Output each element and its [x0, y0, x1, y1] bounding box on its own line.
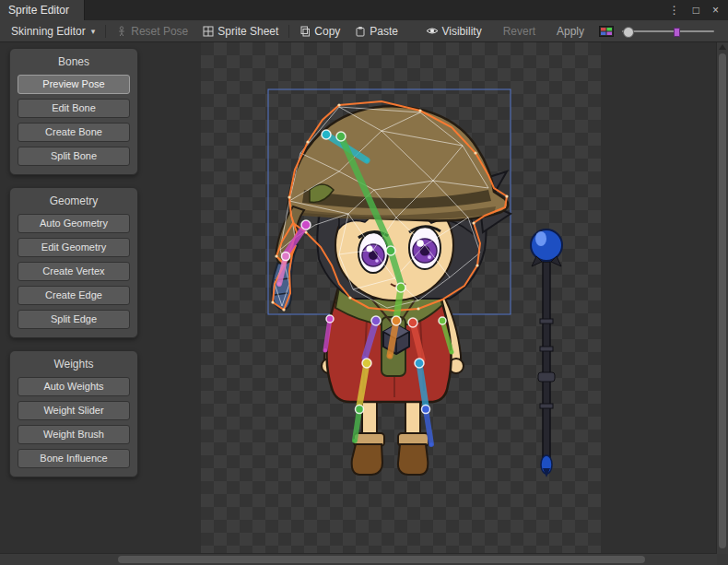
titlebar: Sprite Editor ⋮ □ ×: [0, 0, 728, 20]
sprite-sheet-label: Sprite Sheet: [217, 25, 278, 38]
zoom-slider[interactable]: [622, 24, 714, 39]
bone-influence-button[interactable]: Bone Influence: [18, 449, 130, 468]
sprite-editor-window: Sprite Editor ⋮ □ × Skinning Editor ▾ Re…: [0, 0, 728, 565]
toolbar-separator: [288, 25, 289, 38]
split-bone-button[interactable]: Split Bone: [18, 147, 130, 166]
sprite-canvas[interactable]: [201, 42, 601, 554]
visibility-label: Visibility: [442, 25, 482, 38]
right-boot: [398, 444, 428, 475]
preview-pose-button[interactable]: Preview Pose: [18, 75, 130, 94]
create-vertex-button[interactable]: Create Vertex: [18, 262, 130, 281]
weight-slider-button[interactable]: Weight Slider: [18, 401, 130, 420]
paste-button[interactable]: Paste: [348, 21, 405, 41]
window-controls: ⋮ □ ×: [669, 0, 728, 20]
weights-panel: Weights Auto Weights Weight Slider Weigh…: [9, 350, 138, 477]
reset-pose-label: Reset Pose: [131, 25, 188, 38]
create-bone-button[interactable]: Create Bone: [18, 123, 130, 142]
auto-weights-button[interactable]: Auto Weights: [18, 377, 130, 396]
tab-title: Sprite Editor: [8, 4, 69, 17]
bones-panel: Bones Preview Pose Edit Bone Create Bone…: [9, 48, 138, 175]
zoom-slider-handle[interactable]: [623, 27, 634, 38]
apply-button[interactable]: Apply: [550, 21, 591, 41]
auto-geometry-button[interactable]: Auto Geometry: [18, 214, 130, 233]
vertical-scrollbar-thumb[interactable]: [719, 53, 726, 548]
visibility-toggle[interactable]: Visibility: [419, 21, 488, 41]
left-boot: [352, 444, 382, 475]
window-menu-icon[interactable]: ⋮: [669, 5, 680, 16]
zoom-slider-track[interactable]: [622, 30, 714, 32]
edit-geometry-button[interactable]: Edit Geometry: [18, 238, 130, 257]
scroll-up-arrow-icon[interactable]: [719, 44, 726, 50]
revert-button[interactable]: Revert: [497, 21, 542, 41]
sprite-sheet-icon: [203, 26, 214, 37]
chevron-down-icon: ▾: [91, 27, 96, 36]
horizontal-scrollbar[interactable]: [0, 553, 717, 565]
copy-icon: [299, 26, 311, 37]
edit-bone-button[interactable]: Edit Bone: [18, 99, 130, 118]
vertical-scrollbar[interactable]: [716, 42, 728, 554]
staff-sprite: [531, 230, 562, 477]
character-sprite: [272, 106, 511, 475]
right-eye: [409, 227, 440, 269]
paste-label: Paste: [370, 25, 398, 38]
reset-pose-button[interactable]: Reset Pose: [110, 21, 194, 41]
color-swatch-button[interactable]: [599, 26, 614, 37]
tool-panels: Bones Preview Pose Edit Bone Create Bone…: [9, 48, 138, 477]
reset-pose-icon: [116, 26, 127, 37]
mode-label: Skinning Editor: [11, 25, 86, 38]
skinning-editor-dropdown[interactable]: Skinning Editor ▾: [5, 21, 101, 41]
create-edge-button[interactable]: Create Edge: [18, 286, 130, 305]
copy-label: Copy: [314, 25, 340, 38]
bones-panel-title: Bones: [18, 55, 130, 68]
eye-icon: [426, 26, 439, 36]
split-edge-button[interactable]: Split Edge: [18, 310, 130, 329]
tab-sprite-editor[interactable]: Sprite Editor: [0, 0, 85, 20]
zoom-slider-marker: [674, 28, 680, 37]
revert-label: Revert: [503, 25, 535, 38]
staff-orb: [531, 230, 562, 261]
paste-icon: [355, 26, 366, 37]
toolbar: Skinning Editor ▾ Reset Pose Sprite Shee…: [0, 20, 728, 42]
geometry-panel-title: Geometry: [18, 194, 130, 207]
toolbar-separator: [105, 25, 106, 38]
sprite-sheet-button[interactable]: Sprite Sheet: [196, 21, 285, 41]
apply-label: Apply: [557, 25, 584, 38]
weight-brush-button[interactable]: Weight Brush: [18, 425, 130, 444]
copy-button[interactable]: Copy: [293, 21, 346, 41]
toolbar-right-group: Visibility Revert Apply: [419, 21, 724, 41]
horizontal-scrollbar-thumb[interactable]: [118, 556, 645, 563]
scrollbar-corner: [717, 554, 728, 565]
geometry-panel: Geometry Auto Geometry Edit Geometry Cre…: [9, 187, 138, 338]
close-icon[interactable]: ×: [712, 5, 719, 16]
color-swatch-icon: [599, 26, 614, 37]
maximize-icon[interactable]: □: [693, 5, 699, 16]
weights-panel-title: Weights: [18, 358, 130, 371]
